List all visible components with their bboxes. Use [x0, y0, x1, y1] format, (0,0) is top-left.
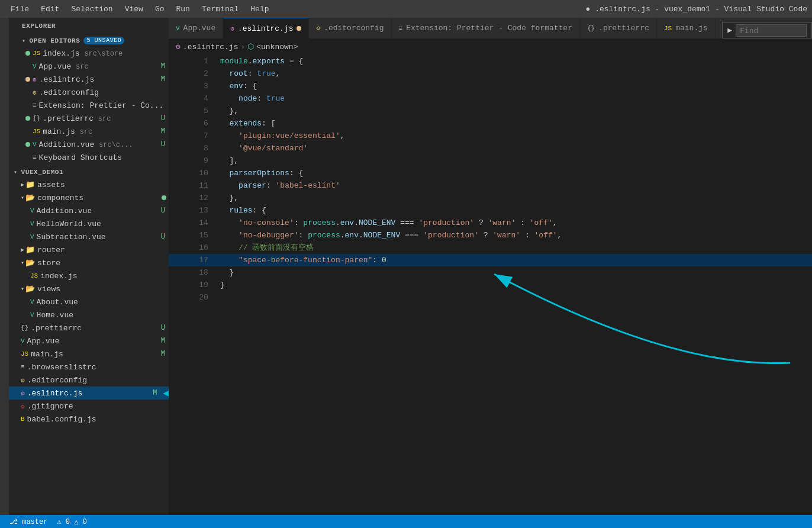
line-code[interactable]: },	[218, 105, 812, 117]
code-table: 1 module.exports = { 2 root: true, 3 env…	[169, 55, 812, 304]
arrow-left-indicator: ◀	[163, 387, 169, 399]
tab-app-vue[interactable]: V App.vue	[169, 18, 223, 38]
line-code[interactable]: parser: 'babel-eslint'	[218, 179, 812, 192]
sidebar-item-editorconfig[interactable]: ⚙ .editorconfig	[9, 374, 169, 387]
modified-dot	[162, 195, 166, 200]
code-line-19: 19 }	[169, 279, 812, 291]
file-label: .editorconfig	[27, 376, 169, 385]
open-editor-keyboard-shortcuts[interactable]: ≡ Keyboard Shortcuts	[9, 151, 169, 164]
line-number: 18	[169, 266, 218, 279]
menu-edit[interactable]: Edit	[35, 0, 65, 18]
open-editor-main-js[interactable]: JS main.js src M	[9, 125, 169, 138]
open-editor-editorconfig[interactable]: ⚙ .editorconfig	[9, 86, 169, 99]
sidebar-item-gitignore[interactable]: ◇ .gitignore	[9, 400, 169, 413]
tab-prettier-ext[interactable]: ≡ Extension: Prettier - Code formatter	[392, 18, 580, 38]
sidebar-item-prettierrc[interactable]: {} .prettierrc U	[9, 321, 169, 334]
gear-icon: ⚙	[33, 89, 37, 96]
line-code[interactable]: module.exports = {	[218, 55, 812, 67]
line-code[interactable]: 'no-console': process.env.NODE_ENV === '…	[218, 217, 812, 229]
vue-icon: V	[33, 63, 37, 70]
menu-go[interactable]: Go	[149, 0, 170, 18]
folder-icon: 📁	[25, 245, 35, 255]
js-icon: JS	[33, 128, 40, 135]
braces-tab-icon: {}	[587, 25, 595, 32]
code-editor[interactable]: 1 module.exports = { 2 root: true, 3 env…	[169, 55, 812, 515]
sidebar-item-eslintrc[interactable]: ⚙ .eslintrc.js M ◀	[9, 387, 169, 400]
sidebar-item-store-index[interactable]: JS index.js	[9, 269, 169, 282]
open-editor-label: Extension: Prettier - Co...	[39, 101, 169, 110]
folder-label: components	[37, 194, 162, 202]
open-editor-prettierrc[interactable]: {} .prettierrc src U	[9, 112, 169, 125]
tab-unsaved-dot	[297, 26, 301, 31]
tab-bar: V App.vue ⚙ .eslintrc.js ⚙ .editorconfig…	[169, 18, 812, 38]
line-code[interactable]: node: true	[218, 92, 812, 105]
sidebar-item-main-js[interactable]: JS main.js M	[9, 347, 169, 360]
badge-u: U	[161, 140, 165, 149]
js-icon: JS	[33, 50, 40, 57]
line-code[interactable]: '@vue/standard'	[218, 142, 812, 154]
line-code[interactable]: parserOptions: {	[218, 167, 812, 179]
editor-area: V App.vue ⚙ .eslintrc.js ⚙ .editorconfig…	[169, 18, 812, 515]
line-number: 8	[169, 142, 218, 154]
badge-u: U	[161, 207, 165, 215]
open-editor-addition-vue[interactable]: V Addition.vue src\c... U	[9, 138, 169, 151]
line-code[interactable]: }	[218, 266, 812, 279]
file-label: Home.vue	[37, 311, 169, 320]
sidebar-item-browserslistrc[interactable]: ≡ .browserslistrc	[9, 360, 169, 374]
sidebar-item-about-vue[interactable]: V About.vue	[9, 295, 169, 308]
sidebar-item-store[interactable]: ▾ 📂 store	[9, 256, 169, 269]
file-label: babel.config.js	[27, 415, 169, 424]
tab-prettierrc[interactable]: {} .prettierrc	[580, 18, 657, 38]
line-code[interactable]: 'plugin:vue/essential',	[218, 130, 812, 142]
sidebar-item-babel-config[interactable]: B babel.config.js	[9, 413, 169, 426]
menu-help[interactable]: Help	[244, 0, 275, 18]
line-code[interactable]: }	[218, 279, 812, 291]
js-icon: JS	[30, 272, 38, 279]
line-code[interactable]: extends: [	[218, 117, 812, 130]
open-editors-section[interactable]: ▾ OPEN EDITORS 5 UNSAVED	[9, 32, 169, 47]
eslint-tab-icon: ⚙	[230, 25, 234, 33]
tab-label: Extension: Prettier - Code formatter	[406, 24, 572, 33]
line-code[interactable]: },	[218, 192, 812, 204]
vuex-demo1-section[interactable]: ▾ VUEX_DEMO1	[9, 164, 169, 178]
menu-selection[interactable]: Selection	[65, 0, 118, 18]
tab-eslintrc[interactable]: ⚙ .eslintrc.js	[223, 18, 309, 38]
tab-editorconfig[interactable]: ⚙ .editorconfig	[309, 18, 391, 38]
sidebar-item-helloworld[interactable]: V HelloWorld.vue	[9, 217, 169, 230]
menu-view[interactable]: View	[119, 0, 149, 18]
open-editor-index-js[interactable]: JS index.js src\store	[9, 47, 169, 60]
line-code[interactable]: root: true,	[218, 67, 812, 80]
menu-run[interactable]: Run	[170, 0, 195, 18]
line-code[interactable]: 'no-debugger': process.env.NODE_ENV === …	[218, 229, 812, 242]
sidebar-item-home-vue[interactable]: V Home.vue	[9, 308, 169, 321]
line-code[interactable]: ],	[218, 154, 812, 167]
sidebar-item-components[interactable]: ▾ 📂 components	[9, 191, 169, 204]
line-code[interactable]: "space-before-function-paren": 0	[218, 254, 812, 266]
sidebar-item-assets[interactable]: ▶ 📁 assets	[9, 178, 169, 191]
menu-file[interactable]: File	[5, 0, 35, 18]
folder-arrow: ▶	[21, 181, 24, 188]
file-label: Subtraction.vue	[37, 233, 161, 242]
sidebar-item-app-vue[interactable]: V App.vue M	[9, 334, 169, 347]
vue-icon: V	[30, 220, 34, 227]
open-editor-eslintrc[interactable]: ⚙ .eslintrc.js M	[9, 73, 169, 86]
status-errors: ⚠ 0 △ 0	[52, 517, 91, 526]
line-code[interactable]: env: {	[218, 80, 812, 92]
line-number: 16	[169, 242, 218, 254]
tab-label: main.js	[675, 24, 708, 33]
sidebar-item-router[interactable]: ▶ 📁 router	[9, 243, 169, 256]
kbd-icon: ≡	[33, 154, 37, 161]
sidebar-item-views[interactable]: ▾ 📂 views	[9, 282, 169, 295]
open-editor-prettier-ext[interactable]: ≡ Extension: Prettier - Co...	[9, 99, 169, 112]
code-line-10: 10 parserOptions: {	[169, 167, 812, 179]
menu-terminal[interactable]: Terminal	[196, 0, 244, 18]
line-code[interactable]: rules: {	[218, 204, 812, 217]
sidebar-item-subtraction-vue[interactable]: V Subtraction.vue U	[9, 230, 169, 243]
line-code[interactable]	[218, 291, 812, 304]
tab-main-js[interactable]: JS main.js	[657, 18, 716, 38]
open-editor-app-vue[interactable]: V App.vue src M	[9, 60, 169, 73]
find-input[interactable]	[736, 24, 807, 37]
sidebar-item-addition-vue[interactable]: V Addition.vue U	[9, 204, 169, 217]
line-code[interactable]: // 函数前面没有空格	[218, 242, 812, 254]
braces-icon: {}	[33, 115, 40, 122]
